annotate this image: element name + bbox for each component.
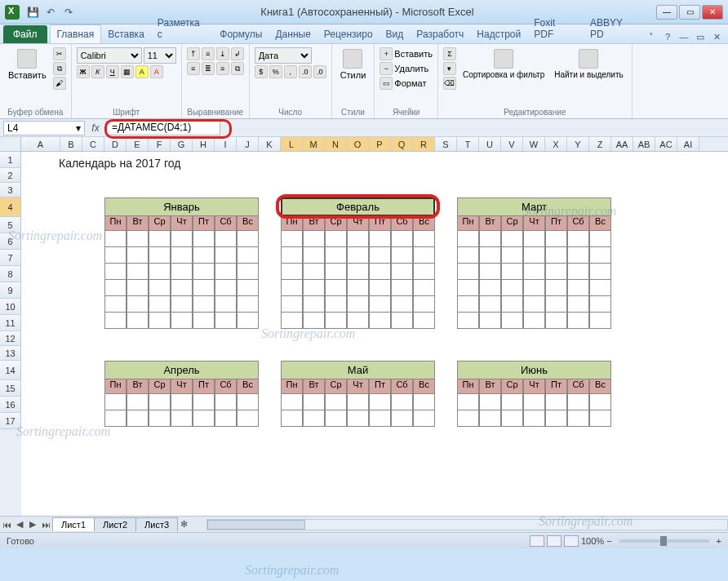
tab-insert[interactable]: Вставка [101,25,151,43]
calendar-cell[interactable] [523,247,545,264]
calendar-cell[interactable] [104,231,127,247]
calendar-cell[interactable] [325,313,347,329]
calendar-cell[interactable] [215,264,237,280]
italic-button[interactable]: К [91,65,104,78]
tab-view[interactable]: Вид [380,25,411,43]
fx-button[interactable]: fx [88,122,103,134]
align-middle-icon[interactable]: ≡ [202,47,215,60]
col-header-L[interactable]: L [281,137,303,151]
col-header-Y[interactable]: Y [567,137,589,151]
calendar-cell[interactable] [104,296,127,313]
bold-button[interactable]: Ж [77,65,90,78]
calendar-cell[interactable] [413,410,435,427]
col-header-AB[interactable]: AB [633,137,655,151]
calendar-cell[interactable] [567,313,589,329]
tab-layout[interactable]: Разметка с [151,14,213,43]
col-header-K[interactable]: K [259,137,281,151]
calendar-cell[interactable] [457,394,479,410]
tab-review[interactable]: Рецензиро [317,25,380,43]
tab-home[interactable]: Главная [50,24,102,43]
calendar-cell[interactable] [523,313,545,329]
calendar-cell[interactable] [479,231,501,247]
month-header[interactable]: Май [281,361,435,379]
col-header-W[interactable]: W [523,137,545,151]
calendar-cell[interactable] [479,264,501,280]
calendar-cell[interactable] [479,247,501,264]
sheet-tab-2[interactable]: Лист2 [94,517,136,531]
sheet-nav-next[interactable]: ▶ [26,519,39,530]
calendar-cell[interactable] [589,410,611,427]
autosum-icon[interactable]: Σ [443,47,456,60]
calendar-cell[interactable] [523,394,545,410]
calendar-cell[interactable] [149,313,171,329]
calendar-cell[interactable] [457,296,479,313]
calendar-cell[interactable] [501,296,523,313]
row-header-7[interactable]: 7 [0,250,21,266]
col-header-J[interactable]: J [237,137,259,151]
horizontal-scrollbar[interactable] [206,519,728,530]
dec-decimal-icon[interactable]: .0 [313,65,326,78]
tab-developer[interactable]: Разработч [410,25,470,43]
calendar-cell[interactable] [325,247,347,264]
paste-button[interactable]: Вставить [5,47,50,82]
calendar-cell[interactable] [391,264,413,280]
col-header-D[interactable]: D [104,137,127,151]
row-header-10[interactable]: 10 [0,299,21,315]
calendar-cell[interactable] [523,296,545,313]
calendar-cell[interactable] [545,231,567,247]
row-header-5[interactable]: 5 [0,217,21,233]
calendar-cell[interactable] [369,280,391,296]
calendar-cell[interactable] [281,264,303,280]
calendar-cell[interactable] [589,313,611,329]
zoom-slider[interactable] [619,539,709,543]
calendar-cell[interactable] [325,296,347,313]
calendar-cell[interactable] [369,394,391,410]
calendar-cell[interactable] [347,410,369,427]
merge-icon[interactable]: ⧉ [231,62,244,75]
col-header-P[interactable]: P [369,137,391,151]
calendar-cell[interactable] [589,280,611,296]
row-header-11[interactable]: 11 [0,315,21,331]
calendar-cell[interactable] [149,410,171,427]
align-center-icon[interactable]: ≣ [202,62,215,75]
minimize-button[interactable]: — [656,5,677,20]
calendar-cell[interactable] [457,280,479,296]
calendar-cell[interactable] [149,247,171,264]
border-button[interactable]: ▦ [121,65,134,78]
calendar-cell[interactable] [479,313,501,329]
calendar-cell[interactable] [127,313,149,329]
calendar-cell[interactable] [104,264,127,280]
formula-bar-input[interactable]: =ДАТАМЕС(D4;1) [106,121,220,135]
row-header-4[interactable]: 4 [0,197,21,217]
view-layout-button[interactable] [547,535,562,547]
format-cells-icon[interactable]: ▭ [380,77,393,90]
col-header-M[interactable]: M [303,137,325,151]
row-header-13[interactable]: 13 [0,346,21,361]
sort-filter-button[interactable]: Сортировка и фильтр [459,47,548,81]
calendar-cell[interactable] [567,410,589,427]
col-header-F[interactable]: F [149,137,171,151]
calendar-cell[interactable] [501,313,523,329]
calendar-cell[interactable] [347,313,369,329]
maximize-button[interactable]: ▭ [679,5,700,20]
calendar-cell[interactable] [545,394,567,410]
wrap-text-icon[interactable]: ↲ [231,47,244,60]
calendar-cell[interactable] [237,296,259,313]
sheet-tab-1[interactable]: Лист1 [52,517,95,531]
calendar-cell[interactable] [347,280,369,296]
calendar-cell[interactable] [413,264,435,280]
close-button[interactable]: ✕ [702,5,723,20]
calendar-cell[interactable] [281,247,303,264]
hscroll-thumb[interactable] [207,520,305,530]
align-right-icon[interactable]: ≡ [216,62,229,75]
calendar-cell[interactable] [127,231,149,247]
calendar-cell[interactable] [171,410,193,427]
calendar-cell[interactable] [369,313,391,329]
cut-icon[interactable]: ✂ [53,47,66,60]
calendar-cell[interactable] [479,296,501,313]
calendar-cell[interactable] [479,410,501,427]
align-left-icon[interactable]: ≡ [187,62,200,75]
cells-area[interactable]: Календарь на 2017 год ЯнварьПнВтСрЧтПтСб… [21,152,728,516]
tab-foxit[interactable]: Foxit PDF [527,14,584,43]
calendar-cell[interactable] [171,247,193,264]
